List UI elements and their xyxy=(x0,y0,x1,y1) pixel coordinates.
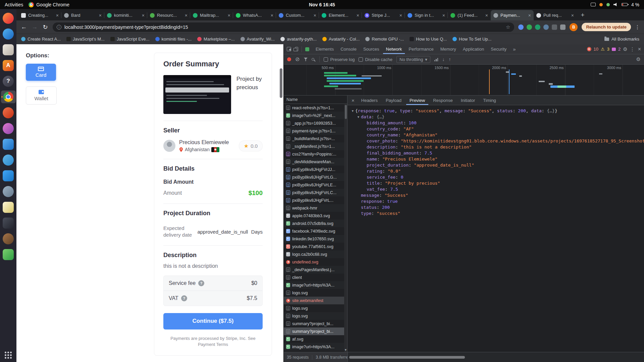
json-line[interactable]: bidding_amount: 100 xyxy=(347,120,644,126)
throttling-dropdown[interactable]: No throttling ▾ xyxy=(396,56,430,63)
bookmark-item[interactable]: How to Use Q... xyxy=(410,37,447,42)
devtools-tab-sources[interactable]: Sources xyxy=(360,44,382,54)
request-list-scrollbar[interactable]: ▼ xyxy=(344,104,347,352)
errors-badge-icon[interactable] xyxy=(587,47,591,51)
network-request-row[interactable]: logo.svg xyxy=(284,304,347,312)
dock-item-remote-display[interactable] xyxy=(1,138,16,150)
json-line[interactable]: country_name: "Afghanistan" xyxy=(347,132,644,138)
json-line[interactable]: ▼data: {…} xyxy=(347,114,644,120)
bookmark-star-icon[interactable]: ☆ xyxy=(506,24,510,30)
network-request-row[interactable]: logo.ca2b0c68.svg xyxy=(284,250,347,258)
record-icon[interactable] xyxy=(287,57,291,61)
dock-item-rhythmbox[interactable] xyxy=(1,106,16,119)
detail-tab-payload[interactable]: Payload xyxy=(382,96,405,105)
puzzle-extensions-icon[interactable] xyxy=(552,24,557,30)
name-column-header[interactable]: Name xyxy=(284,96,347,104)
shield-extension-icon[interactable] xyxy=(543,24,549,30)
dock-item-ubuntu-software[interactable]: A xyxy=(1,59,16,72)
tab-close-icon[interactable]: × xyxy=(99,13,102,18)
export-har-icon[interactable]: ↑ xyxy=(448,57,451,62)
dock-item-firefox[interactable] xyxy=(1,12,16,24)
tab-close-icon[interactable]: × xyxy=(228,13,230,18)
preserve-log-checkbox[interactable]: Preserve log xyxy=(324,57,355,62)
all-bookmarks-button[interactable]: All Bookmarks xyxy=(604,37,639,42)
tab-close-icon[interactable]: × xyxy=(185,13,187,18)
scrollbar-thumb[interactable] xyxy=(345,105,347,119)
network-request-row[interactable]: af.svg xyxy=(284,335,347,343)
network-request-row[interactable]: pxiByp8kv8JHgFVrLE... xyxy=(284,181,347,189)
devtools-settings-icon[interactable]: ⚙ xyxy=(623,46,627,52)
json-line[interactable]: title: "Project by precious" xyxy=(347,180,644,186)
browser-tab[interactable]: Bard× xyxy=(61,10,104,20)
network-request-row[interactable]: _buildManifest.js?ts=... xyxy=(284,135,347,142)
network-request-row[interactable]: image?url=https%3A... xyxy=(284,343,347,351)
browser-tab[interactable]: Sign in t...× xyxy=(405,10,448,20)
json-line[interactable]: rating: "0.0" xyxy=(347,168,644,174)
url-text[interactable]: localhost:3000/payment/payment-type?proj… xyxy=(64,24,503,30)
network-request-row[interactable]: site.webmanifest xyxy=(284,297,347,304)
network-request-row[interactable]: client xyxy=(284,274,347,281)
active-app-name[interactable]: Google Chrome xyxy=(36,2,69,7)
expand-arrow-icon[interactable]: ▼ xyxy=(350,108,355,114)
expand-arrow-icon[interactable]: ▼ xyxy=(356,114,361,120)
browser-tab[interactable]: WhatsA...× xyxy=(233,10,276,20)
dock-item-help[interactable]: ? xyxy=(1,75,16,87)
bookmark-item[interactable]: avatarify-pyth... xyxy=(280,37,317,42)
issues-icon[interactable] xyxy=(612,48,616,51)
help-icon[interactable]: ? xyxy=(181,295,187,301)
dock-item-gimp-tools[interactable] xyxy=(1,232,16,245)
browser-tab[interactable]: Pull req...× xyxy=(534,10,577,20)
json-line[interactable]: country_code: "AF" xyxy=(347,126,644,132)
dock-item-files[interactable] xyxy=(1,43,16,56)
bookmark-item[interactable]: Create React A... xyxy=(21,37,61,42)
tab-close-icon[interactable]: × xyxy=(271,13,273,18)
devtools-tab-memory[interactable]: Memory xyxy=(437,44,459,54)
detail-tab-headers[interactable]: Headers xyxy=(358,96,381,105)
network-request-row[interactable]: apple.07483bb3.svg xyxy=(284,212,347,220)
tab-close-icon[interactable]: × xyxy=(442,13,445,18)
network-timeline[interactable]: 500 ms1000 ms1500 ms2000 ms2500 ms3000 m… xyxy=(284,65,644,96)
detail-tab-initiator[interactable]: Initiator xyxy=(458,96,479,105)
network-request-row[interactable]: _devPagesManifest.j... xyxy=(284,266,347,274)
new-tab-button[interactable]: + xyxy=(578,10,587,20)
network-request-row[interactable]: _ssgManifest.js?ts=1... xyxy=(284,142,347,150)
json-line[interactable]: final_bidding_amount: 7.5 xyxy=(347,150,644,156)
json-line[interactable]: name: "Precious Elemiewele" xyxy=(347,156,644,162)
tab-close-icon[interactable]: × xyxy=(314,13,316,18)
inspect-element-icon[interactable] xyxy=(287,47,291,51)
reload-icon[interactable]: ↻ xyxy=(42,23,49,31)
network-request-row[interactable]: webpack-hmr xyxy=(284,204,347,212)
network-request-row[interactable]: payment-type.js?ts=1... xyxy=(284,127,347,135)
relaunch-to-update-button[interactable]: Relaunch to update xyxy=(582,23,631,31)
tab-close-icon[interactable]: × xyxy=(357,13,359,18)
browser-tab[interactable]: kominiti...× xyxy=(104,10,147,20)
bookmark-item[interactable]: Avatarify - Col... xyxy=(322,37,360,42)
json-line[interactable]: ▼{response: true, type: "success", messa… xyxy=(347,108,644,114)
network-request-row[interactable]: pxiByp8kv8JHgFVrLG... xyxy=(284,173,347,181)
browser-tab[interactable]: Element...× xyxy=(319,10,362,20)
bookmark-item[interactable]: JavaScript's M... xyxy=(66,37,105,42)
browser-tab[interactable]: Mailtrap...× xyxy=(190,10,233,20)
search-icon[interactable] xyxy=(312,58,314,61)
import-har-icon[interactable]: ↓ xyxy=(442,57,444,62)
json-line[interactable]: description: "this is not a description" xyxy=(347,144,644,150)
browser-tab[interactable]: (1) Feed...× xyxy=(448,10,491,20)
page-scrollbar[interactable] xyxy=(280,68,282,98)
network-settings-icon[interactable]: ⚙ xyxy=(636,56,641,62)
bookmark-item[interactable]: Avatarify_Wi... xyxy=(240,37,275,42)
dock-item-telegram[interactable] xyxy=(1,154,16,166)
network-request-row[interactable]: css2?family=Poppins:... xyxy=(284,150,347,158)
devtools-tab-security[interactable]: Security xyxy=(488,44,509,54)
network-request-row[interactable]: summary?project_bi... xyxy=(284,327,347,335)
json-line[interactable]: project_duration: "approved_date_is_null… xyxy=(347,162,644,168)
dock-item-settings[interactable] xyxy=(1,185,16,198)
bookmark-item[interactable]: kominiti files -... xyxy=(155,37,192,42)
system-tray[interactable]: 4 % xyxy=(591,2,639,7)
wallet-payment-button[interactable]: Wallet xyxy=(26,86,57,105)
warnings-badge-icon[interactable]: ⚠ xyxy=(601,47,605,52)
json-line[interactable]: message: "Success" xyxy=(347,192,644,198)
json-line[interactable]: cover_photo: "https://kominitidevstgng01… xyxy=(347,138,644,144)
bookmark-item[interactable]: Remote GPU ·... xyxy=(365,37,404,42)
json-line[interactable]: vat_fee: 7.5 xyxy=(347,186,644,192)
devtools-tab-network[interactable]: Network xyxy=(383,44,405,54)
